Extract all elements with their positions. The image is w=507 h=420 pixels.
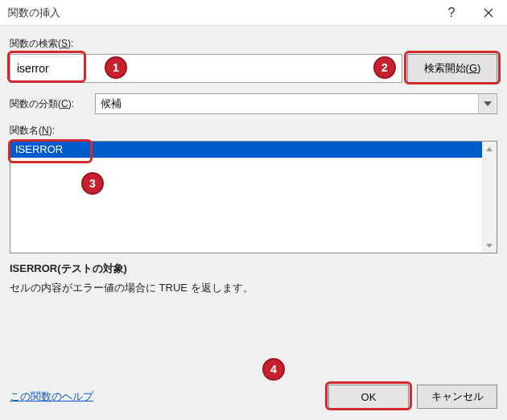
titlebar: 関数の挿入 ? [0, 0, 507, 26]
search-input[interactable] [10, 54, 402, 83]
category-select[interactable]: 候補 [95, 93, 497, 114]
annotation-badge-4: 4 [262, 358, 285, 381]
close-icon [484, 8, 493, 18]
chevron-down-icon [478, 94, 496, 113]
scroll-down-icon[interactable] [482, 238, 497, 253]
function-syntax: ISERROR(テストの対象) [10, 261, 497, 276]
close-button[interactable] [470, 0, 507, 26]
category-label: 関数の分類(C): [10, 97, 90, 111]
scrollbar[interactable] [482, 142, 497, 253]
cancel-button[interactable]: キャンセル [417, 385, 497, 409]
help-link[interactable]: この関数のヘルプ [10, 389, 93, 404]
function-listbox[interactable]: ISERROR 3 [10, 141, 497, 253]
scroll-track[interactable] [482, 156, 497, 238]
function-name-label: 関数名(N): [10, 124, 497, 138]
search-start-button[interactable]: 検索開始(G) [407, 54, 497, 83]
help-button[interactable]: ? [433, 0, 470, 26]
category-selected-value: 候補 [96, 97, 478, 111]
ok-button[interactable]: OK [328, 385, 409, 409]
list-item[interactable]: ISERROR [10, 142, 482, 158]
search-label: 関数の検索(S): [10, 37, 497, 51]
window-title: 関数の挿入 [8, 6, 60, 20]
scroll-up-icon[interactable] [482, 142, 497, 156]
function-description: セルの内容がエラー値の場合に TRUE を返します。 [10, 281, 497, 295]
